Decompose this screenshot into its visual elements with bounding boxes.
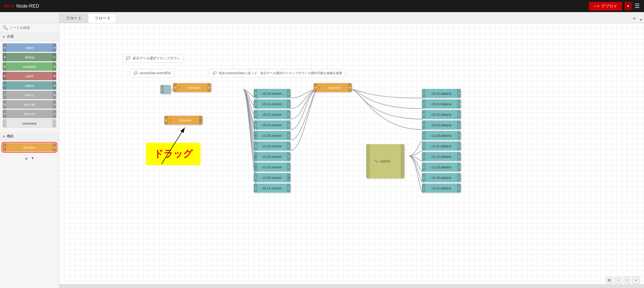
canvas-c0s0datana[interactable]: c0.s0.datana xyxy=(422,89,461,98)
comment-sensor-event: sensorData event受信 xyxy=(130,69,174,77)
comment-update-dropdown: 現在のsensorDataに従って、表示データ選択のドロップダウンで選択可能な候… xyxy=(209,69,345,77)
c2s1-label: c2.s1.sensor xyxy=(257,186,287,190)
c2s0d-label: c2.s0.datana xyxy=(426,176,457,180)
canvas-function-node-1[interactable]: f function xyxy=(173,83,211,92)
c0s1d-port-right xyxy=(457,99,461,108)
c1s3-label: c1.s3.sensor xyxy=(257,165,287,169)
canvas-c1s3sensor[interactable]: c1.s3.sensor xyxy=(254,163,290,171)
canvas-c0s1datana[interactable]: c0.s1.datana xyxy=(422,99,461,108)
fn3-port-left xyxy=(164,116,168,125)
c2s0-port-right xyxy=(287,173,290,182)
tabbar: フロー 1 フロー 2 ＋ ▾ xyxy=(0,12,644,23)
sidebar-node-inject[interactable]: inject xyxy=(3,43,56,52)
sidebar-node-linkout[interactable]: link out ↗ xyxy=(3,110,56,118)
node-label-inject: inject xyxy=(6,46,53,50)
topbar-right: ⟶ デプロイ ▾ ☰ xyxy=(589,2,640,11)
zoom-in-button[interactable]: + xyxy=(632,276,640,284)
canvas-c2s1sensor[interactable]: c2.s1.sensor xyxy=(254,184,290,193)
canvas-c1s1sensor[interactable]: c1.s1.sensor xyxy=(254,142,290,150)
sidebar-node-complete[interactable]: complete xyxy=(3,62,56,71)
tab-flow1[interactable]: フロー 1 xyxy=(59,13,88,23)
section-header-function[interactable]: ∨ 機能 xyxy=(0,132,59,140)
canvas-c2s0datana[interactable]: c2.s0.datana xyxy=(422,173,461,182)
sidebar-node-status[interactable]: 〜 status xyxy=(3,81,56,90)
canvas-c0s2sensor[interactable]: c0.s2.sensor xyxy=(254,110,290,119)
canvas-c1s1datana[interactable]: c1.s1.datana xyxy=(422,142,461,150)
canvas[interactable]: 表示データ選択ドロップダウン sensorData event受信 現在のsen… xyxy=(59,23,644,288)
sidebar-node-linkcall[interactable]: ⟳ link call xyxy=(3,100,56,109)
deploy-label: デプロイ xyxy=(601,4,617,9)
canvas-function-dragging[interactable]: f function xyxy=(164,116,202,125)
canvas-c1s0sensor[interactable]: c1.s0.sensor xyxy=(254,131,290,140)
switch-port-left xyxy=(366,144,370,178)
tab-dropdown-button[interactable]: ▾ xyxy=(640,18,642,23)
c1s1d-label: c1.s1.datana xyxy=(426,144,457,148)
canvas-c0s3datana[interactable]: c0.s3.datana xyxy=(422,120,461,129)
section-header-common[interactable]: ∨ 共通 xyxy=(0,33,59,41)
scroll-up-button[interactable]: ▲ xyxy=(24,156,28,160)
c0s1-port-right xyxy=(287,99,290,108)
c2s1d-port-left xyxy=(422,184,426,193)
canvas-c0s2datana[interactable]: c0.s2.datana xyxy=(422,110,461,119)
c1s2d-port-right xyxy=(457,152,461,161)
sidebar-node-debug[interactable]: debug ≡ xyxy=(3,53,56,61)
canvas-function-node-2[interactable]: f function xyxy=(314,83,352,92)
c1s0-label: c1.s0.sensor xyxy=(257,134,287,138)
canvas-c1s2datana[interactable]: c1.s2.datana xyxy=(422,152,461,161)
canvas-c0s3sensor[interactable]: c0.s3.sensor xyxy=(254,120,290,129)
sidebar-node-linkin[interactable]: ↗ link in xyxy=(3,91,56,99)
logo-line-1 xyxy=(4,5,10,6)
canvas-switch-node[interactable]: switch ⤡ xyxy=(366,144,404,178)
logo-icon xyxy=(4,5,14,7)
c1s2d-label: c1.s2.datana xyxy=(426,155,457,159)
deploy-dropdown-button[interactable]: ▾ xyxy=(625,2,632,10)
canvas-c1s0datana[interactable]: c1.s0.datana xyxy=(422,131,461,140)
sidebar-node-function[interactable]: f function xyxy=(3,143,56,151)
canvas-c1s2sensor[interactable]: c1.s2.sensor xyxy=(254,152,290,161)
c2s1-port-left xyxy=(254,184,257,193)
canvas-c1s3datana[interactable]: c1.s3.datana xyxy=(422,163,461,171)
canvas-c2s0sensor[interactable]: c2.s0.sensor xyxy=(254,173,290,182)
canvas-horizontal-scrollbar[interactable] xyxy=(59,284,644,288)
canvas-c0s0sensor[interactable]: c0.s0.sensor xyxy=(254,89,290,98)
fn3-f-icon: f xyxy=(168,118,172,123)
node-label-catch: catch xyxy=(6,74,53,78)
c0s1-label: c0.s1.sensor xyxy=(257,102,287,106)
canvas-c2s1datana[interactable]: c2.s1.datana xyxy=(422,184,461,193)
c0s1-port-left xyxy=(254,99,257,108)
fn1-port-left xyxy=(173,83,177,92)
common-nodes: inject debug ≡ complete catch 〜 status xyxy=(0,41,59,130)
c0s3-label: c0.s3.sensor xyxy=(257,123,287,127)
port-left-linkcall: ⟳ xyxy=(3,100,6,109)
scroll-down-button[interactable]: ▼ xyxy=(31,156,34,160)
c0s3d-label: c0.s3.datana xyxy=(426,123,457,127)
topbar: Node-RED ⟶ デプロイ ▾ ☰ xyxy=(0,0,644,12)
grid-toggle-button[interactable]: ⊞ xyxy=(606,276,613,284)
port-left-linkin: ↗ xyxy=(3,91,6,99)
c1s3d-label: c1.s3.datana xyxy=(426,165,457,169)
c1s1-label: c1.s1.sensor xyxy=(257,144,287,148)
port-right-complete xyxy=(53,62,56,71)
c1s2d-port-left xyxy=(422,152,426,161)
c0s3-port-left xyxy=(254,120,257,129)
deploy-button[interactable]: ⟶ デプロイ xyxy=(589,2,622,11)
c0s0-port-left xyxy=(254,89,257,98)
c0s2-port-left xyxy=(254,110,257,119)
canvas-c0s1sensor[interactable]: c0.s1.sensor xyxy=(254,99,290,108)
tab-flow2[interactable]: フロー 2 xyxy=(88,13,116,23)
c0s0d-port-left xyxy=(422,89,426,98)
app-title: Node-RED xyxy=(16,3,39,9)
node-label-linkout: link out xyxy=(6,112,53,116)
zoom-out-button[interactable]: − xyxy=(615,276,622,284)
tab-add-button[interactable]: ＋ xyxy=(632,15,637,23)
sidebar-node-comment[interactable]: comment xyxy=(3,119,56,128)
port-right-inject xyxy=(53,43,56,52)
menu-icon[interactable]: ☰ xyxy=(635,3,640,9)
sidebar-node-catch[interactable]: catch xyxy=(3,72,56,80)
zoom-reset-button[interactable]: ○ xyxy=(623,276,631,284)
search-input[interactable] xyxy=(9,26,56,30)
canvas-inject-node[interactable] xyxy=(160,85,171,94)
c0s0-label: c0.s0.sensor xyxy=(257,92,287,95)
sidebar-scroll-controls: ▲ ▼ xyxy=(0,154,59,162)
switch-icon: ⤡ xyxy=(374,158,379,164)
